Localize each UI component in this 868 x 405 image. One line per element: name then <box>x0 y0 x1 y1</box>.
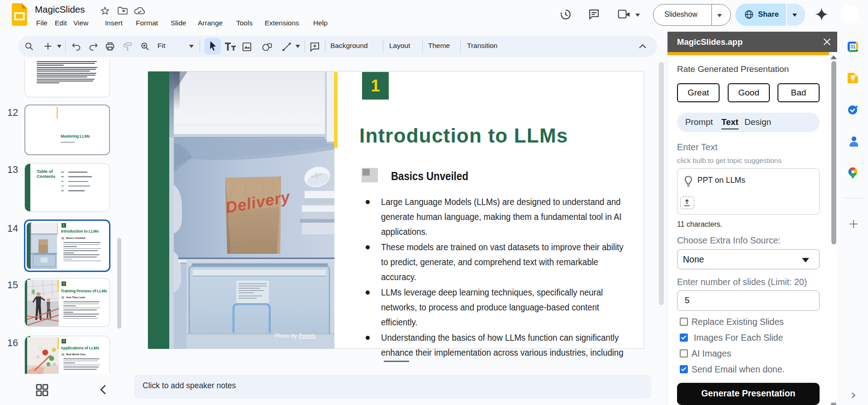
svg-text:31: 31 <box>850 44 856 49</box>
svg-text:Photo by Pexels: Photo by Pexels <box>275 333 315 339</box>
